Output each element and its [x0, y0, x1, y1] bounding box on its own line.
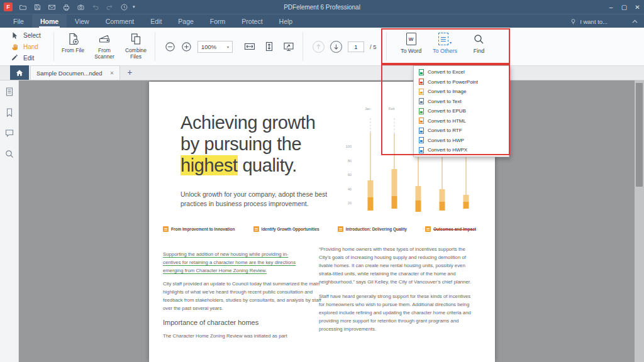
- select-tool-button[interactable]: Select: [11, 31, 48, 40]
- minimize-button[interactable]: –: [604, 0, 618, 14]
- cursor-icon: [11, 31, 19, 40]
- menu-item-label: Convert to Text: [428, 99, 462, 104]
- i-want-to-label: I want to...: [580, 18, 608, 25]
- snapshot-icon[interactable]: [76, 3, 85, 11]
- menu-item-convert-to-excel[interactable]: Convert to Excel: [414, 67, 509, 77]
- menu-tab-form[interactable]: Form: [202, 14, 234, 28]
- topic-item: Outcomes and Impact: [425, 226, 476, 232]
- to-others-button[interactable]: ▾ To Others: [429, 32, 462, 54]
- combine-files-button[interactable]: Combine Files: [120, 28, 152, 65]
- y-tick-label: 100: [346, 145, 352, 148]
- toolbar-separator: [155, 32, 155, 61]
- scrollbar-thumb[interactable]: [636, 83, 643, 187]
- topic-label: From Improvement to Innovation: [171, 227, 235, 231]
- zoom-out-button[interactable]: [165, 41, 175, 52]
- search-icon[interactable]: [4, 149, 14, 159]
- undo-icon[interactable]: [91, 3, 99, 11]
- chevron-down-icon: ▾: [227, 45, 229, 49]
- menu-item-convert-to-rtf[interactable]: Convert to RTF: [414, 126, 509, 136]
- menu-tab-protect[interactable]: Protect: [233, 14, 270, 28]
- chart-bar-segment: [416, 186, 421, 200]
- menu-item-convert-to-epub[interactable]: Convert to EPUB: [414, 106, 509, 116]
- customize-toolbar-caret-icon[interactable]: ▾: [133, 4, 135, 9]
- slideshow-button[interactable]: [283, 41, 294, 52]
- menu-tab-page[interactable]: Page: [170, 14, 202, 28]
- menu-item-convert-to-powerpoint[interactable]: Convert to PowerPoint: [414, 77, 509, 87]
- close-button[interactable]: ✕: [631, 0, 644, 14]
- from-file-button[interactable]: From File: [57, 28, 89, 65]
- from-file-label: From File: [62, 48, 84, 54]
- topic-icon: [163, 226, 169, 232]
- chart-bar-segment: [440, 189, 445, 202]
- hand-tool-button[interactable]: Hand: [11, 43, 48, 51]
- menu-tab-edit[interactable]: Edit: [142, 14, 170, 28]
- titlebar: F ▾ PDFelement 6 Professional – ▢ ✕: [0, 0, 644, 14]
- body-paragraph: City staff provided an update to Council…: [163, 280, 323, 312]
- topic-icon: [338, 226, 343, 232]
- left-panel-sidebar: [0, 80, 19, 362]
- topic-item: From Improvement to Innovation: [163, 226, 235, 232]
- menu-item-convert-to-text[interactable]: Convert to Text: [414, 97, 509, 107]
- menu-tab-file[interactable]: File: [5, 14, 32, 28]
- fit-page-button[interactable]: [264, 41, 275, 52]
- to-word-button[interactable]: W To Word: [395, 32, 428, 54]
- close-tab-icon[interactable]: ✕: [110, 70, 114, 76]
- document-heading: Achieving growth by pursuing the highest…: [180, 112, 315, 176]
- chart-yaxis: 20406080100: [341, 118, 353, 217]
- menu-item-convert-to-hwp[interactable]: Convert to HWP: [414, 136, 509, 146]
- edit-tool-button[interactable]: Edit: [11, 54, 48, 62]
- find-label: Find: [474, 48, 485, 54]
- topic-label: Identify Growth Opportunities: [262, 227, 319, 231]
- chart-bar-segment: [368, 197, 374, 210]
- maximize-button[interactable]: ▢: [618, 0, 631, 14]
- fit-width-button[interactable]: [244, 41, 255, 52]
- menu-item-convert-to-html[interactable]: Convert to HTML: [414, 116, 509, 126]
- collapse-ribbon-chevron-icon[interactable]: [631, 18, 639, 26]
- tool-mode-group: Select Hand Edit: [0, 28, 50, 65]
- menu-item-convert-to-image[interactable]: Convert to Image: [414, 87, 509, 97]
- y-tick-label: 40: [348, 187, 352, 191]
- bookmark-icon[interactable]: [4, 107, 14, 118]
- save-icon[interactable]: [33, 3, 42, 11]
- menu-tab-comment[interactable]: Comment: [97, 14, 143, 28]
- print-icon[interactable]: [62, 3, 70, 11]
- from-scanner-label: From Scanner: [89, 48, 120, 60]
- history-icon[interactable]: [119, 3, 128, 11]
- page-thumbnails-icon[interactable]: [4, 87, 14, 97]
- underlined-line: centives for retaining a character home …: [163, 258, 323, 266]
- combine-files-icon: [129, 32, 143, 46]
- hand-icon: [11, 43, 19, 51]
- i-want-to-button[interactable]: I want to...: [570, 14, 608, 28]
- find-button[interactable]: Find: [463, 32, 496, 54]
- previous-page-button[interactable]: [313, 41, 325, 53]
- home-tab[interactable]: [10, 65, 29, 80]
- open-file-icon[interactable]: [18, 3, 27, 11]
- document-viewport[interactable]: Achieving growth by pursuing the highest…: [19, 80, 644, 362]
- vertical-scrollbar[interactable]: [635, 80, 644, 362]
- window-controls: – ▢ ✕: [604, 0, 644, 14]
- toolbar-separator: [303, 32, 303, 61]
- from-scanner-button[interactable]: From Scanner: [89, 28, 120, 65]
- comment-icon[interactable]: [4, 128, 14, 138]
- email-icon[interactable]: [47, 3, 56, 11]
- underlined-line: Supporting the addition of new housing w…: [163, 250, 323, 258]
- page-number-input[interactable]: [348, 41, 364, 52]
- menu-item-label: Convert to EPUB: [428, 108, 466, 114]
- redo-icon[interactable]: [105, 3, 114, 11]
- document-tab[interactable]: Sample Documen...nded ✕: [30, 65, 120, 80]
- next-page-button[interactable]: [330, 41, 342, 53]
- pencil-icon: [11, 54, 19, 62]
- to-others-label: To Others: [433, 48, 457, 54]
- menu-tab-home[interactable]: Home: [32, 14, 67, 28]
- new-tab-button[interactable]: +: [127, 66, 132, 80]
- topics-row: From Improvement to InnovationIdentify G…: [163, 226, 476, 232]
- y-tick-label: 80: [348, 159, 352, 163]
- menu-tab-view[interactable]: View: [67, 14, 97, 28]
- menu-tab-help[interactable]: Help: [271, 14, 301, 28]
- search-icon: [473, 33, 485, 45]
- menu-item-convert-to-hwpx[interactable]: Convert to HWPX: [414, 145, 509, 155]
- zoom-level-select[interactable]: 100% ▾: [197, 41, 233, 53]
- zoom-in-button[interactable]: [181, 41, 192, 52]
- file-plus-icon: [66, 32, 80, 46]
- chart-bar-segment: [416, 200, 421, 212]
